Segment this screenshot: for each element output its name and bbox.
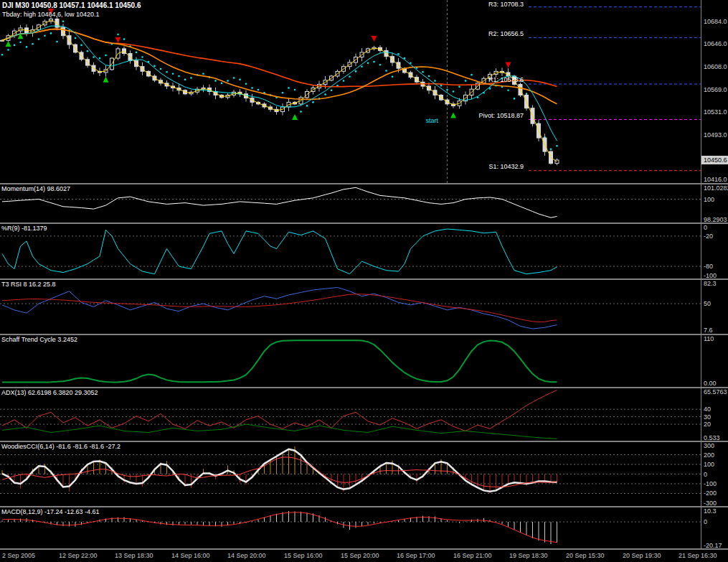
indicator-scale-label: 65.5763 — [704, 388, 727, 395]
macd-canvas[interactable] — [0, 507, 701, 548]
price-scale-label: 10608.0 — [704, 63, 727, 70]
main-chart-panel: DJI M30 10450.8 10457.1 10446.1 10450.6 … — [0, 0, 701, 183]
panel-separator[interactable] — [0, 334, 728, 335]
time-label: 16 Sep 21:00 — [453, 552, 492, 559]
indicator-scale-label: 0 — [704, 224, 707, 231]
time-label: 13 Sep 18:30 — [115, 552, 153, 559]
time-label: 14 Sep 20:00 — [227, 552, 266, 559]
indicator-scale-label: -20 — [704, 233, 713, 240]
panel-separator[interactable] — [0, 548, 728, 550]
adx-label: ADX(13) 62.6198 6.3820 29.3052 — [1, 389, 98, 396]
schaff-trend-cycle-label: Schaff Trend Cycle 3.2452 — [1, 336, 77, 343]
woodies-cci-panel: WoodiesCCI(6,14) -81.6 -81.6 -81.6 -27.2 — [0, 442, 701, 506]
time-label: 14 Sep 16:00 — [171, 552, 210, 559]
ohlc-readout: DJI M30 10450.8 10457.1 10446.1 10450.6 — [2, 1, 141, 9]
time-label: 15 Sep 16:00 — [284, 552, 323, 559]
momentum-panel: Momentum(14) 98.6027 — [0, 184, 701, 223]
indicator-scale-label: 0 — [704, 518, 707, 525]
time-label: 15 Sep 20:00 — [341, 552, 379, 559]
indicator-scale-label: 30 — [704, 413, 711, 421]
panel-separator[interactable] — [0, 183, 728, 184]
price-scale-label: 10646.0 — [704, 40, 727, 47]
price-scale-column[interactable]: 10450.6 10684.010646.010608.010569.01053… — [701, 0, 728, 550]
indicator-scale-label: 100 — [704, 461, 714, 468]
pivot-label: R1: 10578.6 — [0, 76, 524, 83]
time-label: 20 Sep 19:30 — [623, 552, 661, 559]
indicator-scale-label: -100 — [704, 480, 717, 487]
panel-separator[interactable] — [0, 278, 728, 280]
indicator-scale-label: 10.3 — [704, 507, 717, 515]
indicator-scale-label: 20 — [704, 421, 711, 428]
woodies-cci-label: WoodiesCCI(6,14) -81.6 -81.6 -81.6 -27.2 — [1, 443, 120, 450]
indicator-scale-label: 300 — [704, 442, 714, 449]
panel-separator[interactable] — [0, 506, 728, 507]
indicator-scale-label: 7.6 — [704, 327, 713, 334]
woodies-cci-canvas[interactable] — [0, 442, 701, 506]
time-label: 12 Sep 22:00 — [59, 552, 98, 559]
indicator-scale-label: 40 — [704, 406, 711, 413]
indicator-scale-label: 50 — [704, 300, 711, 307]
price-scale-label: 10531.0 — [704, 108, 727, 116]
time-label: 16 Sep 17:00 — [397, 552, 435, 559]
t3-rsi-canvas[interactable] — [0, 280, 701, 334]
indicator-scale-label: -200 — [704, 490, 717, 497]
indicator-scale-label: -80 — [704, 263, 713, 270]
williams-r-label: %R(9) -81.1379 — [1, 225, 47, 232]
williams-r-panel: %R(9) -81.1379 — [0, 224, 701, 278]
indicator-scale-label: 100 — [704, 196, 714, 203]
indicator-scale-label: 82.3 — [704, 280, 717, 287]
time-label: 21 Sep 16:30 — [679, 552, 717, 559]
panel-separator[interactable] — [0, 441, 728, 442]
price-scale-label: 10416.0 — [704, 176, 727, 183]
panel-separator[interactable] — [0, 223, 728, 224]
indicator-scale-label: 0 — [704, 471, 707, 478]
day-range-readout: Tbday: high 10484.6, low 10420.1 — [2, 11, 100, 18]
pivot-label: S1: 10432.9 — [0, 163, 524, 170]
adx-canvas[interactable] — [0, 388, 701, 441]
time-label: 20 Sep 15:30 — [566, 552, 605, 559]
main-chart-canvas[interactable] — [0, 0, 701, 183]
williams-r-canvas[interactable] — [0, 224, 701, 278]
t3-rsi-panel: T3 RSI 8 16.2 25.8 — [0, 280, 701, 334]
macd-label: MACD(8,12,9) -17.24 -12.63 -4.61 — [1, 508, 100, 515]
adx-panel: ADX(13) 62.6198 6.3820 29.3052 — [0, 388, 701, 441]
indicator-scale-label: 110 — [704, 335, 714, 342]
pivot-label: R2: 10656.5 — [0, 30, 524, 37]
indicator-scale-label: 200 — [704, 451, 714, 459]
current-price-tag: 10450.6 — [701, 156, 728, 164]
price-scale-label: 10684.0 — [704, 18, 727, 25]
indicator-scale-label: 0.00 — [704, 380, 717, 387]
schaff-trend-cycle-panel: Schaff Trend Cycle 3.2452 — [0, 335, 701, 387]
time-label: 19 Sep 18:30 — [509, 552, 548, 559]
price-scale-label: 10493.0 — [704, 131, 727, 139]
pivot-label: Pivot: 10518.87 — [0, 112, 524, 119]
panel-separator[interactable] — [0, 387, 728, 388]
mt4-chart-window: DJI M30 10450.8 10457.1 10446.1 10450.6 … — [0, 0, 728, 562]
macd-panel: MACD(8,12,9) -17.24 -12.63 -4.61 — [0, 507, 701, 548]
price-scale-label: 10569.0 — [704, 86, 727, 93]
indicator-scale-label: 101.0282 — [704, 184, 728, 192]
momentum-label: Momentum(14) 98.6027 — [1, 185, 70, 192]
time-axis[interactable]: 2 Sep 200512 Sep 22:0013 Sep 18:3014 Sep… — [0, 550, 728, 562]
schaff-trend-cycle-canvas[interactable] — [0, 335, 701, 387]
t3-rsi-label: T3 RSI 8 16.2 25.8 — [1, 281, 56, 288]
momentum-canvas[interactable] — [0, 184, 701, 223]
time-label: 2 Sep 2005 — [2, 552, 35, 559]
